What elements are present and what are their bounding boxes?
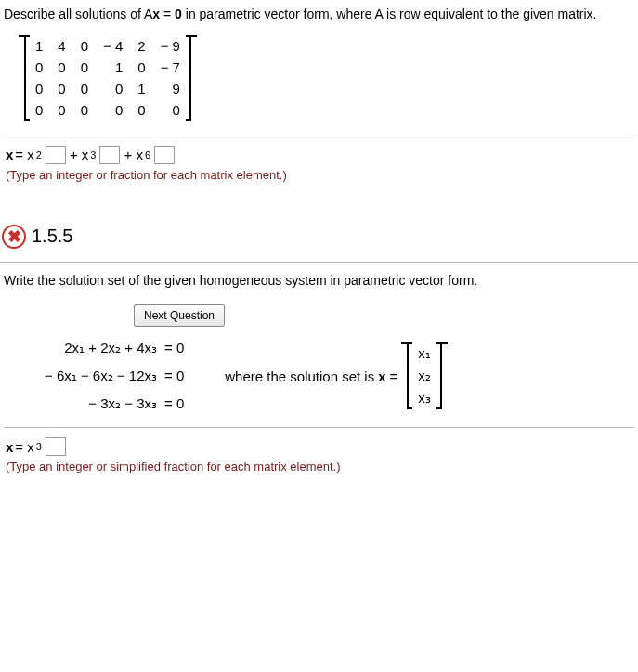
answer-eq: = x [15,147,33,162]
matrix-cell: 0 [28,57,50,78]
answer-input-x6[interactable] [154,146,175,164]
answer-input-x2[interactable] [46,146,66,164]
solution-set: where the solution set is x = x₁ x₂ x₃ [225,342,448,409]
question-number: 1.5.5 [32,226,72,247]
matrix-cell: 0 [130,99,152,121]
eq-right: = 0 [161,390,188,418]
matrix-cell: − 4 [96,35,130,57]
vector-row: x₁ [410,342,438,365]
matrix-cell: 9 [153,78,188,99]
matrix-cell: 0 [153,99,188,121]
sub-3: 3 [90,149,96,161]
separator [4,427,634,428]
matrix-cell: 0 [28,99,50,121]
eq-right: = 0 [161,334,188,362]
q1-bold-0: 0 [175,6,182,21]
matrix-cell: 0 [50,57,72,78]
matrix-cell: 2 [130,35,152,57]
matrix-cell: 1 [28,35,50,57]
q2-prompt: Write the solution set of the given homo… [4,272,634,291]
matrix-cell: 0 [130,57,152,78]
where-text: where the solution set is [225,368,374,384]
q1-matrix: 1 4 0 − 4 2 − 9 0 0 0 1 0 − 7 0 0 0 0 1 [19,35,197,121]
matrix-row: 0 0 0 0 1 9 [28,78,188,99]
eq-left: − 3x₂ − 3x₃ [41,390,161,418]
question-header: ✖ 1.5.5 [0,225,638,249]
vector-cell: x₂ [410,365,438,387]
sub-6: 6 [145,149,150,161]
vector-cell: x₃ [410,387,438,409]
eq-right: = 0 [161,362,188,390]
matrix-cell: 0 [73,99,96,121]
matrix-cell: 0 [73,35,96,57]
matrix-row: 0 0 0 1 0 − 7 [28,57,188,78]
equations: 2x₁ + 2x₂ + 4x₃ = 0 − 6x₁ − 6x₂ − 12x₃ =… [41,334,188,418]
matrix-cell: 0 [73,78,96,99]
vector-row: x₂ [410,365,438,387]
answer-x: x [6,147,13,162]
x-glyph: ✖ [7,228,21,245]
q2-answer-line: x = x3 [4,437,634,456]
matrix-cell: 0 [50,78,72,99]
incorrect-icon: ✖ [2,225,26,249]
question-2: Write the solution set of the given homo… [0,262,638,480]
plus-x6: + x [124,147,142,162]
q1-prompt-pre: Describe all solutions of A [4,6,152,21]
bracket-left-icon [401,342,410,409]
eq-left: 2x₁ + 2x₂ + 4x₃ [41,334,161,362]
matrix-cell: 0 [50,99,72,121]
q1-eq-sign: = [160,6,175,21]
bracket-right-icon [188,35,197,121]
q2-instructions: (Type an integer or simplified fraction … [4,459,634,473]
equation-row: 2x₁ + 2x₂ + 4x₃ = 0 [41,334,188,362]
vector-row: x₃ [410,387,438,409]
matrix-cell: 0 [96,99,130,121]
matrix-row: 1 4 0 − 4 2 − 9 [28,35,188,57]
answer-eq: = x [15,439,33,455]
matrix-cell: 0 [96,78,130,99]
q1-prompt-post: in parametric vector form, where A is ro… [182,6,597,21]
matrix-cell: 0 [73,57,96,78]
separator [4,136,634,136]
matrix-body: 1 4 0 − 4 2 − 9 0 0 0 1 0 − 7 0 0 0 0 1 [28,35,188,121]
matrix-cell: 1 [130,78,152,99]
plus-x3: + x [70,147,88,162]
question-1: Describe all solutions of Ax = 0 in para… [0,0,638,187]
bracket-right-icon [438,342,448,409]
matrix-cell: 4 [50,35,72,57]
answer-x: x [6,439,13,455]
sub-3: 3 [36,441,42,452]
equation-row: − 3x₂ − 3x₃ = 0 [41,390,188,418]
bracket-left-icon [19,35,28,121]
matrix-cell: − 9 [153,35,188,57]
sub-2: 2 [36,149,42,161]
eq-left: − 6x₁ − 6x₂ − 12x₃ [41,362,161,390]
answer-input-x3[interactable] [99,146,120,164]
next-question-button[interactable]: Next Question [134,304,225,327]
matrix-cell: − 7 [153,57,188,78]
matrix-cell: 0 [28,78,50,99]
where-eq: = [390,368,398,384]
answer-input-x3[interactable] [46,437,66,456]
q1-bold-x: x [152,6,160,21]
solution-vector: x₁ x₂ x₃ [401,342,448,409]
q1-prompt: Describe all solutions of Ax = 0 in para… [4,6,634,24]
vector-body: x₁ x₂ x₃ [410,342,438,409]
q1-answer-line: x = x2 + x3 + x6 [4,146,634,164]
matrix-row: 0 0 0 0 0 0 [28,99,188,121]
where-x: x [378,368,385,384]
vector-cell: x₁ [410,342,438,365]
q1-instructions: (Type an integer or fraction for each ma… [4,168,634,182]
equation-block: 2x₁ + 2x₂ + 4x₃ = 0 − 6x₁ − 6x₂ − 12x₃ =… [4,334,634,418]
equation-row: − 6x₁ − 6x₂ − 12x₃ = 0 [41,362,188,390]
matrix-cell: 1 [96,57,130,78]
